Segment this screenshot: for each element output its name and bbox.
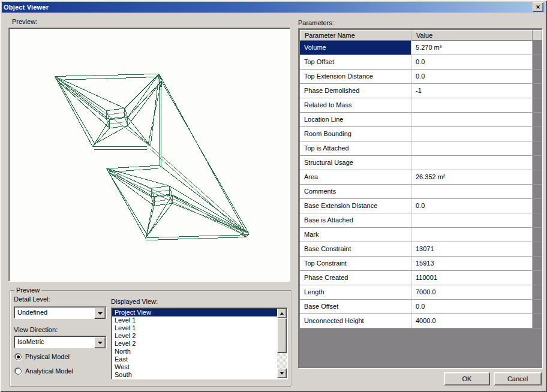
listbox-scrollbar[interactable] [277, 309, 287, 378]
listbox-items: Project ViewLevel 1Level 1Level 2Level 2… [112, 309, 277, 378]
table-row[interactable]: Location Line [300, 113, 542, 127]
analytical-model-radio[interactable]: Analytical Model [15, 367, 73, 375]
row-filler [533, 285, 542, 299]
param-value-cell[interactable] [411, 127, 533, 141]
physical-model-label: Physical Model [25, 353, 70, 360]
table-row[interactable]: Phase Demolished-1 [300, 84, 542, 98]
param-name-cell[interactable]: Base is Attached [300, 213, 411, 227]
list-item[interactable]: East [112, 355, 277, 363]
param-value-cell[interactable] [411, 185, 533, 198]
param-name-cell[interactable]: Mark [300, 228, 411, 242]
table-row[interactable]: Comments [300, 185, 542, 199]
param-value-cell[interactable]: 0.0 [411, 300, 533, 313]
param-value-cell[interactable] [411, 156, 533, 170]
param-value-cell[interactable] [411, 213, 533, 227]
param-name-cell[interactable]: Base Extension Distance [300, 199, 411, 213]
row-filler [533, 41, 542, 55]
table-row[interactable]: Related to Mass [300, 98, 542, 113]
param-name-cell[interactable]: Top Constraint [300, 257, 411, 270]
param-value-cell[interactable]: 0.0 [411, 199, 533, 213]
displayed-view-listbox[interactable]: Project ViewLevel 1Level 1Level 2Level 2… [111, 307, 288, 379]
list-item[interactable]: West [112, 363, 277, 371]
param-name-cell[interactable]: Base Constraint [300, 242, 411, 256]
param-name-cell[interactable]: Unconnected Height [300, 314, 411, 328]
table-row[interactable]: Base Constraint13071 [300, 242, 542, 257]
table-row[interactable]: Structural Usage [300, 156, 542, 170]
param-name-cell[interactable]: Top is Attached [300, 141, 411, 155]
table-row[interactable]: Top Extension Distance0.0 [300, 70, 542, 84]
param-name-cell[interactable]: Length [300, 285, 411, 299]
ok-button[interactable]: OK [444, 372, 490, 385]
parameters-label: Parameters: [298, 19, 334, 26]
param-value-cell[interactable]: 15913 [411, 257, 533, 270]
detail-level-combobox[interactable]: Undefined [14, 306, 107, 319]
row-filler [533, 271, 542, 285]
param-value-cell[interactable] [411, 113, 533, 126]
param-name-cell[interactable]: Top Extension Distance [300, 70, 411, 83]
table-row[interactable]: Base is Attached [300, 213, 542, 228]
list-item[interactable]: Level 2 [112, 340, 277, 348]
list-item[interactable]: North [112, 348, 277, 355]
param-value-cell[interactable]: 13071 [411, 242, 533, 256]
radio-button-icon[interactable] [15, 368, 22, 375]
table-row[interactable]: Unconnected Height4000.0 [300, 314, 542, 328]
param-name-cell[interactable]: Room Bounding [300, 127, 411, 141]
table-row[interactable]: Top is Attached [300, 141, 542, 156]
table-row[interactable]: Volume5.270 m³ [300, 41, 542, 55]
param-value-cell[interactable] [411, 228, 533, 242]
param-value-cell[interactable]: 110001 [411, 271, 533, 285]
param-value-cell[interactable]: 0.0 [411, 70, 533, 83]
param-value-cell[interactable] [411, 98, 533, 112]
list-item[interactable]: Level 2 [112, 332, 277, 340]
detail-level-dropdown-button[interactable] [94, 307, 106, 319]
view-direction-dropdown-button[interactable] [94, 337, 106, 348]
table-row[interactable]: Area26.352 m² [300, 170, 542, 185]
param-value-cell[interactable]: 5.270 m³ [411, 41, 533, 55]
list-item[interactable]: South [112, 371, 277, 379]
preview-label: Preview: [12, 18, 37, 25]
param-value-cell[interactable]: 7000.0 [411, 285, 533, 299]
physical-model-radio[interactable]: Physical Model [15, 353, 70, 360]
param-name-cell[interactable]: Top Offset [300, 55, 411, 69]
radio-button-icon[interactable] [15, 354, 22, 360]
table-row[interactable]: Base Offset0.0 [300, 300, 542, 314]
table-row[interactable]: Top Offset0.0 [300, 55, 542, 70]
scrollbar-thumb[interactable] [277, 318, 287, 353]
param-name-cell[interactable]: Base Offset [300, 300, 411, 313]
row-filler [533, 156, 542, 170]
parameters-table: Parameter Name Value Volume5.270 m³Top O… [298, 28, 543, 369]
param-value-cell[interactable]: 4000.0 [411, 314, 533, 328]
row-filler [533, 113, 542, 126]
detail-level-value: Undefined [17, 309, 47, 316]
param-value-cell[interactable]: 0.0 [411, 55, 533, 69]
param-name-cell[interactable]: Location Line [300, 113, 411, 126]
table-row[interactable]: Room Bounding [300, 127, 542, 141]
column-header-parameter-name[interactable]: Parameter Name [300, 30, 411, 41]
param-value-cell[interactable] [411, 141, 533, 155]
list-item[interactable]: Level 1 [112, 324, 277, 332]
cancel-button[interactable]: Cancel [494, 372, 542, 385]
table-row[interactable]: Base Extension Distance0.0 [300, 199, 542, 213]
param-name-cell[interactable]: Area [300, 170, 411, 184]
list-item[interactable]: Project View [112, 309, 277, 316]
scroll-up-button[interactable] [277, 309, 287, 318]
list-item[interactable]: Level 1 [112, 316, 277, 324]
column-header-value[interactable]: Value [411, 30, 533, 41]
close-button[interactable]: ✕ [533, 2, 543, 12]
param-name-cell[interactable]: Structural Usage [300, 156, 411, 170]
param-name-cell[interactable]: Phase Created [300, 271, 411, 285]
param-value-cell[interactable]: -1 [411, 84, 533, 98]
view-direction-combobox[interactable]: IsoMetric [14, 336, 107, 348]
table-row[interactable]: Mark [300, 228, 542, 242]
table-row[interactable]: Length7000.0 [300, 285, 542, 300]
scroll-down-button[interactable] [277, 369, 287, 378]
title-bar[interactable]: Object Viewer ✕ [2, 2, 545, 13]
param-name-cell[interactable]: Related to Mass [300, 98, 411, 112]
param-name-cell[interactable]: Comments [300, 185, 411, 198]
param-value-cell[interactable]: 26.352 m² [411, 170, 533, 184]
param-name-cell[interactable]: Volume [300, 41, 411, 55]
param-name-cell[interactable]: Phase Demolished [300, 84, 411, 98]
row-filler [533, 141, 542, 155]
table-row[interactable]: Phase Created110001 [300, 271, 542, 285]
table-row[interactable]: Top Constraint15913 [300, 257, 542, 271]
